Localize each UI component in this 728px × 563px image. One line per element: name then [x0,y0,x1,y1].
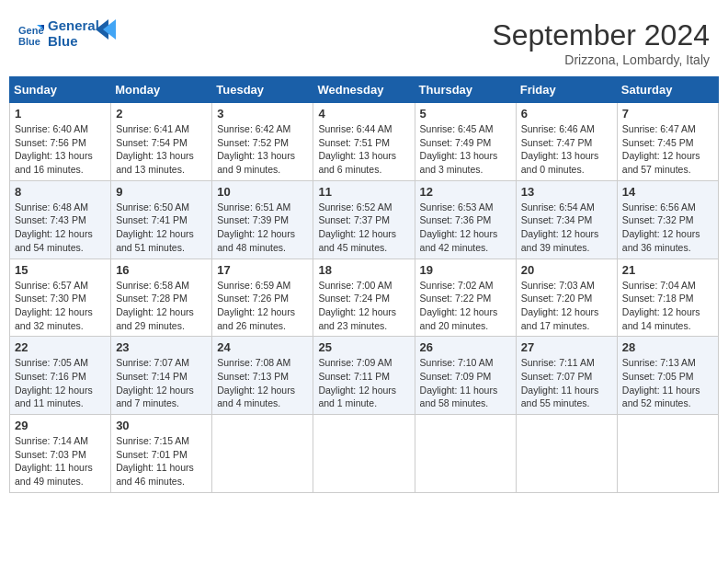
day-detail: Sunrise: 6:41 AMSunset: 7:54 PMDaylight:… [116,122,207,177]
day-detail: Sunrise: 7:03 AMSunset: 7:20 PMDaylight:… [521,279,612,333]
calendar-cell [516,415,617,493]
logo-arrow-icon [96,19,116,40]
day-detail: Sunrise: 6:45 AMSunset: 7:49 PMDaylight:… [420,122,511,177]
day-number: 1 [15,107,106,121]
logo-text-general: General [48,18,99,34]
calendar-week-row: 1Sunrise: 6:40 AMSunset: 7:56 PMDaylight… [10,103,719,181]
logo: General Blue General Blue [18,18,116,49]
col-header-tuesday: Tuesday [212,77,313,103]
day-number: 16 [116,263,207,277]
day-number: 14 [622,185,713,199]
day-detail: Sunrise: 6:47 AMSunset: 7:45 PMDaylight:… [622,122,713,177]
calendar-cell: 28Sunrise: 7:13 AMSunset: 7:05 PMDayligh… [617,337,718,415]
day-number: 9 [116,185,207,199]
calendar-cell: 25Sunrise: 7:09 AMSunset: 7:11 PMDayligh… [313,337,415,415]
col-header-wednesday: Wednesday [313,77,415,103]
calendar-cell: 12Sunrise: 6:53 AMSunset: 7:36 PMDayligh… [415,180,516,259]
day-detail: Sunrise: 7:09 AMSunset: 7:11 PMDaylight:… [318,356,409,410]
day-detail: Sunrise: 6:50 AMSunset: 7:41 PMDaylight:… [116,201,207,255]
logo-icon: General Blue [18,21,44,47]
day-detail: Sunrise: 6:44 AMSunset: 7:51 PMDaylight:… [318,122,409,177]
day-number: 21 [622,263,713,277]
day-detail: Sunrise: 7:14 AMSunset: 7:03 PMDaylight:… [15,434,106,488]
day-detail: Sunrise: 7:00 AMSunset: 7:24 PMDaylight:… [318,279,409,333]
day-detail: Sunrise: 7:04 AMSunset: 7:18 PMDaylight:… [622,279,713,333]
calendar-week-row: 15Sunrise: 6:57 AMSunset: 7:30 PMDayligh… [10,259,719,337]
calendar-cell: 14Sunrise: 6:56 AMSunset: 7:32 PMDayligh… [617,180,718,259]
day-detail: Sunrise: 6:57 AMSunset: 7:30 PMDaylight:… [15,279,106,333]
day-detail: Sunrise: 6:56 AMSunset: 7:32 PMDaylight:… [622,201,713,255]
calendar-cell [212,415,313,493]
day-number: 15 [15,263,106,277]
day-number: 3 [217,107,308,121]
calendar-cell: 1Sunrise: 6:40 AMSunset: 7:56 PMDaylight… [10,103,111,181]
calendar-cell: 27Sunrise: 7:11 AMSunset: 7:07 PMDayligh… [516,337,617,415]
calendar-cell: 7Sunrise: 6:47 AMSunset: 7:45 PMDaylight… [617,103,718,181]
calendar-cell: 9Sunrise: 6:50 AMSunset: 7:41 PMDaylight… [111,180,212,259]
location-subtitle: Drizzona, Lombardy, Italy [492,52,710,67]
day-number: 25 [318,340,409,354]
calendar-cell: 21Sunrise: 7:04 AMSunset: 7:18 PMDayligh… [617,259,718,337]
day-number: 7 [622,107,713,121]
day-number: 10 [217,185,308,199]
day-detail: Sunrise: 6:58 AMSunset: 7:28 PMDaylight:… [116,279,207,333]
col-header-sunday: Sunday [10,77,111,103]
day-number: 27 [521,340,612,354]
day-detail: Sunrise: 7:10 AMSunset: 7:09 PMDaylight:… [420,356,511,410]
day-number: 20 [521,263,612,277]
col-header-monday: Monday [111,77,212,103]
calendar-cell: 3Sunrise: 6:42 AMSunset: 7:52 PMDaylight… [212,103,313,181]
calendar-cell [617,415,718,493]
calendar-cell: 16Sunrise: 6:58 AMSunset: 7:28 PMDayligh… [111,259,212,337]
logo-text-blue: Blue [48,34,99,50]
day-detail: Sunrise: 7:02 AMSunset: 7:22 PMDaylight:… [420,279,511,333]
day-detail: Sunrise: 6:48 AMSunset: 7:43 PMDaylight:… [15,201,106,255]
day-number: 26 [420,340,511,354]
day-number: 13 [521,185,612,199]
calendar-cell: 5Sunrise: 6:45 AMSunset: 7:49 PMDaylight… [415,103,516,181]
calendar-header-row: SundayMondayTuesdayWednesdayThursdayFrid… [10,77,719,103]
day-detail: Sunrise: 7:07 AMSunset: 7:14 PMDaylight:… [116,356,207,410]
col-header-saturday: Saturday [617,77,718,103]
calendar-cell [313,415,415,493]
day-detail: Sunrise: 7:11 AMSunset: 7:07 PMDaylight:… [521,356,612,410]
calendar-table: SundayMondayTuesdayWednesdayThursdayFrid… [9,76,719,493]
calendar-cell: 29Sunrise: 7:14 AMSunset: 7:03 PMDayligh… [10,415,111,493]
day-detail: Sunrise: 7:15 AMSunset: 7:01 PMDaylight:… [116,434,207,488]
day-number: 6 [521,107,612,121]
day-number: 18 [318,263,409,277]
day-number: 17 [217,263,308,277]
calendar-week-row: 22Sunrise: 7:05 AMSunset: 7:16 PMDayligh… [10,337,719,415]
day-number: 28 [622,340,713,354]
day-detail: Sunrise: 6:53 AMSunset: 7:36 PMDaylight:… [420,201,511,255]
calendar-cell: 10Sunrise: 6:51 AMSunset: 7:39 PMDayligh… [212,180,313,259]
calendar-cell: 2Sunrise: 6:41 AMSunset: 7:54 PMDaylight… [111,103,212,181]
calendar-week-row: 8Sunrise: 6:48 AMSunset: 7:43 PMDaylight… [10,180,719,259]
day-number: 5 [420,107,511,121]
calendar-cell: 18Sunrise: 7:00 AMSunset: 7:24 PMDayligh… [313,259,415,337]
day-number: 12 [420,185,511,199]
calendar-cell: 23Sunrise: 7:07 AMSunset: 7:14 PMDayligh… [111,337,212,415]
calendar-cell: 6Sunrise: 6:46 AMSunset: 7:47 PMDaylight… [516,103,617,181]
day-number: 22 [15,340,106,354]
day-detail: Sunrise: 7:13 AMSunset: 7:05 PMDaylight:… [622,356,713,410]
svg-text:Blue: Blue [18,36,40,47]
calendar-body: 1Sunrise: 6:40 AMSunset: 7:56 PMDaylight… [10,103,719,493]
day-number: 4 [318,107,409,121]
day-number: 19 [420,263,511,277]
calendar-cell: 8Sunrise: 6:48 AMSunset: 7:43 PMDaylight… [10,180,111,259]
title-block: September 2024 Drizzona, Lombardy, Italy [492,18,710,67]
day-number: 23 [116,340,207,354]
calendar-cell: 4Sunrise: 6:44 AMSunset: 7:51 PMDaylight… [313,103,415,181]
day-detail: Sunrise: 6:40 AMSunset: 7:56 PMDaylight:… [15,122,106,177]
day-number: 8 [15,185,106,199]
calendar-cell: 17Sunrise: 6:59 AMSunset: 7:26 PMDayligh… [212,259,313,337]
calendar-cell: 19Sunrise: 7:02 AMSunset: 7:22 PMDayligh… [415,259,516,337]
day-detail: Sunrise: 6:46 AMSunset: 7:47 PMDaylight:… [521,122,612,177]
day-detail: Sunrise: 6:51 AMSunset: 7:39 PMDaylight:… [217,201,308,255]
day-detail: Sunrise: 6:42 AMSunset: 7:52 PMDaylight:… [217,122,308,177]
day-number: 30 [116,419,207,432]
day-number: 11 [318,185,409,199]
day-detail: Sunrise: 7:08 AMSunset: 7:13 PMDaylight:… [217,356,308,410]
calendar-cell: 26Sunrise: 7:10 AMSunset: 7:09 PMDayligh… [415,337,516,415]
